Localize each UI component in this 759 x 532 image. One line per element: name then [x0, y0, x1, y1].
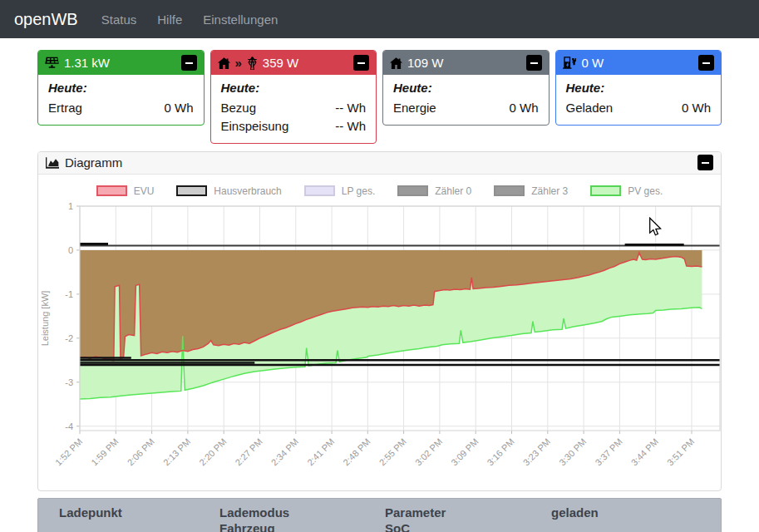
hausverbrauch-power-value: 109 W — [407, 56, 443, 70]
house-icon — [218, 57, 230, 69]
row-label: Einspeisung — [221, 117, 289, 135]
svg-text:1:59 PM: 1:59 PM — [89, 436, 120, 466]
minus-icon — [185, 62, 193, 64]
evu-minimize-button[interactable] — [353, 55, 369, 71]
heute-label: Heute: — [566, 81, 712, 95]
svg-text:2:55 PM: 2:55 PM — [377, 436, 408, 466]
hausverbrauch-card-header: 109 W — [383, 51, 549, 75]
evu-swatch — [96, 185, 127, 196]
svg-text:3:23 PM: 3:23 PM — [521, 436, 552, 466]
ladepunkt-card: 0 W Heute: Geladen 0 Wh — [555, 50, 722, 126]
svg-text:3:37 PM: 3:37 PM — [593, 436, 623, 466]
area-chart-icon — [46, 157, 59, 169]
legend-item-hausverbrauch[interactable]: Hausverbrauch — [176, 185, 281, 197]
svg-text:2:48 PM: 2:48 PM — [341, 436, 372, 466]
svg-text:3:51 PM: 3:51 PM — [665, 436, 696, 466]
hausverbrauch-card: 109 W Heute: Energie 0 Wh — [382, 50, 550, 126]
angle-double-right-icon: » — [235, 57, 242, 69]
svg-text:Leistung [kW]: Leistung [kW] — [40, 290, 50, 346]
legend-item-zaehler-3[interactable]: Zähler 3 — [494, 185, 568, 197]
legend-item-pv-ges[interactable]: PV ges. — [590, 185, 663, 197]
row-value: -- Wh — [335, 117, 366, 135]
footer-col-fahrzeug: Fahrzeug — [219, 521, 385, 532]
minus-icon — [702, 162, 709, 164]
row-label: Geladen — [566, 99, 614, 117]
svg-text:2:41 PM: 2:41 PM — [305, 436, 336, 466]
charging-station-icon — [563, 57, 577, 69]
minus-icon — [530, 62, 538, 64]
solar-panel-icon — [45, 57, 59, 69]
pv-ertrag-row: Ertrag 0 Wh — [48, 99, 194, 117]
diagram-plot[interactable]: 10-1-2-3-4Leistung [kW]1:52 PM1:59 PM2:0… — [38, 200, 721, 487]
evu-bezug-row: Bezug -- Wh — [221, 99, 367, 117]
legend-item-lp-ges[interactable]: LP ges. — [304, 185, 375, 197]
ladepunkt-minimize-button[interactable] — [698, 55, 714, 71]
row-value: -- Wh — [335, 99, 366, 117]
row-value: 0 Wh — [164, 99, 193, 117]
svg-text:0: 0 — [68, 244, 73, 254]
hausverbrauch-card-body: Heute: Energie 0 Wh — [383, 75, 549, 125]
zaehler-0-swatch — [397, 185, 428, 196]
minus-icon — [357, 62, 365, 64]
svg-text:2:20 PM: 2:20 PM — [197, 436, 228, 466]
nav-item-hilfe[interactable]: Hilfe — [157, 12, 182, 27]
svg-text:2:27 PM: 2:27 PM — [233, 436, 264, 466]
pv-power-value: 1.31 kW — [64, 56, 110, 70]
svg-text:-1: -1 — [65, 288, 73, 298]
pv-minimize-button[interactable] — [181, 55, 197, 71]
svg-text:2:34 PM: 2:34 PM — [269, 436, 300, 466]
row-value: 0 Wh — [509, 99, 538, 117]
evu-card: » 359 W Heute: Bezug -- Wh Einspeisung -… — [210, 50, 377, 144]
chargepoint-table-header: Ladepunkt Lademodus Parameter geladen Fa… — [37, 498, 722, 532]
diagram-title: Diagramm — [65, 155, 122, 170]
footer-col-parameter: Parameter — [385, 505, 551, 520]
svg-text:1: 1 — [68, 201, 73, 211]
pv-card-header: 1.31 kW — [38, 51, 204, 75]
minus-icon — [702, 62, 710, 64]
transmission-tower-icon — [247, 56, 258, 70]
brand-logo: openWB — [14, 10, 78, 29]
ladepunkt-card-header: 0 W — [556, 51, 722, 75]
heute-label: Heute: — [393, 81, 539, 95]
svg-text:-2: -2 — [65, 332, 73, 342]
status-cards-row: 1.31 kW Heute: Ertrag 0 Wh » 359 — [37, 50, 722, 144]
heute-label: Heute: — [48, 81, 194, 95]
legend-item-zaehler-0[interactable]: Zähler 0 — [397, 185, 471, 197]
ladepunkt-power-value: 0 W — [582, 56, 604, 70]
geladen-row: Geladen 0 Wh — [566, 99, 712, 117]
evu-power-value: 359 W — [263, 56, 298, 70]
hausverbrauch-minimize-button[interactable] — [526, 55, 542, 71]
nav-item-einstellungen[interactable]: Einstellungen — [203, 12, 278, 27]
svg-text:1:52 PM: 1:52 PM — [53, 436, 84, 466]
svg-text:-3: -3 — [65, 377, 73, 387]
diagram-body: EVU Hausverbrauch LP ges. Zähler 0 Zähle… — [38, 183, 721, 490]
nav-item-status[interactable]: Status — [101, 12, 137, 27]
row-value: 0 Wh — [682, 99, 711, 117]
pv-card: 1.31 kW Heute: Ertrag 0 Wh — [37, 50, 205, 126]
row-label: Ertrag — [48, 99, 82, 117]
svg-text:3:09 PM: 3:09 PM — [449, 436, 480, 466]
house-icon — [390, 57, 402, 69]
footer-col-lademodus: Lademodus — [219, 505, 385, 520]
svg-text:-4: -4 — [65, 421, 73, 431]
evu-card-header: » 359 W — [211, 51, 377, 75]
svg-text:3:16 PM: 3:16 PM — [485, 436, 515, 466]
footer-col-geladen: geladen — [551, 505, 721, 520]
diagram-minimize-button[interactable] — [697, 155, 713, 170]
row-label: Bezug — [221, 99, 257, 117]
evu-einspeisung-row: Einspeisung -- Wh — [221, 117, 367, 135]
pv-card-body: Heute: Ertrag 0 Wh — [38, 75, 204, 125]
svg-text:2:06 PM: 2:06 PM — [126, 436, 156, 466]
lp-ges-swatch — [304, 185, 335, 196]
pv-ges-swatch — [590, 185, 621, 196]
footer-col-ladepunkt: Ladepunkt — [59, 505, 219, 520]
svg-text:3:30 PM: 3:30 PM — [557, 436, 588, 466]
footer-col-soc: SoC — [385, 521, 551, 532]
zaehler-3-swatch — [494, 185, 525, 196]
svg-text:3:02 PM: 3:02 PM — [413, 436, 444, 466]
svg-text:2:13 PM: 2:13 PM — [161, 436, 192, 466]
legend-item-evu[interactable]: EVU — [96, 185, 155, 197]
svg-text:3:44 PM: 3:44 PM — [629, 436, 660, 466]
diagram-card: Diagramm EVU Hausverbrauch LP ges. Zähle… — [37, 151, 722, 491]
diagram-header: Diagramm — [38, 152, 721, 175]
